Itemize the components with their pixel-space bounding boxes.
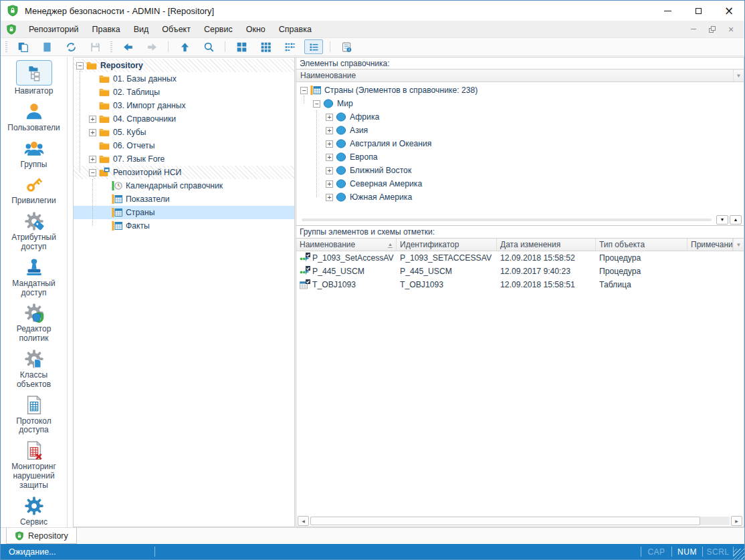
refresh-button[interactable] xyxy=(62,39,80,54)
save-button[interactable] xyxy=(86,39,104,54)
folder-icon xyxy=(99,100,110,111)
back-button[interactable] xyxy=(118,39,137,54)
tree-item-data-import[interactable]: 03. Импорт данных xyxy=(74,99,294,112)
copy-button[interactable] xyxy=(13,39,32,54)
mdi-close-button[interactable]: × xyxy=(722,21,740,37)
status-message: Ожидание... xyxy=(1,547,154,557)
menu-repository[interactable]: Репозиторий xyxy=(22,21,86,37)
close-button[interactable]: × xyxy=(714,1,744,21)
expand-toggle[interactable]: + xyxy=(89,116,96,123)
forward-button[interactable] xyxy=(142,39,161,54)
element-middle-east[interactable]: + Ближний Восток xyxy=(296,164,744,177)
sidebar-item-privileges[interactable]: Привилегии xyxy=(1,174,67,206)
table-row[interactable]: T_OBJ1093 T_OBJ1093 12.09.2018 15:58:51 … xyxy=(296,278,744,291)
column-header-note[interactable]: Примечание xyxy=(687,239,733,251)
menu-object[interactable]: Объект xyxy=(155,21,197,37)
element-countries-root[interactable]: − Страны (Элементов в справочнике: 238) xyxy=(296,84,744,97)
tree-item-countries[interactable]: Страны xyxy=(74,206,294,219)
menu-window[interactable]: Окно xyxy=(239,21,272,37)
tree-item-fore-language[interactable]: + 07. Язык Fore xyxy=(74,152,294,166)
tree-item-dictionaries[interactable]: + 04. Справочники xyxy=(74,112,294,126)
view-large-icons-button[interactable] xyxy=(232,39,251,54)
scroll-left-button[interactable]: ◀ xyxy=(298,516,309,526)
expand-toggle[interactable]: + xyxy=(89,156,96,163)
element-north-america[interactable]: + Северная Америка xyxy=(296,177,744,190)
collapse-toggle[interactable]: − xyxy=(89,169,96,176)
element-europe[interactable]: + Европа xyxy=(296,150,744,164)
sidebar-item-object-classes[interactable]: Классы объектов xyxy=(1,348,67,390)
scrollbar-track[interactable] xyxy=(310,517,730,525)
scrollbar-thumb[interactable] xyxy=(310,517,700,525)
expand-toggle[interactable]: + xyxy=(326,194,333,201)
toolbar-grip[interactable] xyxy=(5,41,7,52)
tree-item-indicators[interactable]: Показатели xyxy=(74,192,294,206)
tab-repository[interactable]: Repository xyxy=(6,528,77,544)
tree-item-cubes[interactable]: + 05. Кубы xyxy=(74,126,294,139)
scroll-right-button[interactable]: ▶ xyxy=(731,516,742,526)
view-list-button[interactable] xyxy=(280,39,299,54)
horizontal-scrollbar[interactable] xyxy=(302,219,712,221)
collapse-toggle[interactable]: − xyxy=(313,100,320,108)
header-dropdown-button[interactable]: ▼ xyxy=(733,239,744,251)
column-header-modified-date[interactable]: Дата изменения xyxy=(497,239,596,251)
sidebar-item-violation-monitoring[interactable]: Мониторинг нарушений защиты xyxy=(1,440,67,490)
collapse-toggle[interactable]: − xyxy=(76,62,84,69)
tree-item-databases[interactable]: 01. Базы данных xyxy=(74,72,294,86)
search-button[interactable] xyxy=(199,39,218,54)
minimize-button[interactable] xyxy=(652,1,683,21)
header-dropdown-button[interactable]: ▼ xyxy=(733,69,744,82)
expand-toggle[interactable]: + xyxy=(326,114,333,121)
sidebar-item-attribute-access[interactable]: Атрибутный доступ xyxy=(1,211,67,252)
up-level-button[interactable] xyxy=(175,39,194,54)
tree-item-reports[interactable]: 06. Отчеты xyxy=(74,139,294,152)
table-row[interactable]: P_1093_SetAccessAV P_1093_SETACCESSAV 12… xyxy=(296,251,744,265)
tree-item-calendar-dictionary[interactable]: Календарный справочник xyxy=(74,179,294,192)
elements-panel-footer: ▼ ▲ xyxy=(296,214,744,225)
collapse-toggle[interactable]: − xyxy=(300,87,308,94)
menu-help[interactable]: Справка xyxy=(272,21,318,37)
expand-toggle[interactable]: + xyxy=(326,180,333,188)
element-africa[interactable]: + Африка xyxy=(296,110,744,124)
column-header-name[interactable]: Наименование xyxy=(296,69,360,82)
table-row[interactable]: P_445_USCM P_445_USCM 12.09.2017 9:40:23… xyxy=(296,265,744,278)
view-details-button[interactable] xyxy=(304,39,323,54)
column-header-object-type[interactable]: Тип объекта xyxy=(596,239,687,251)
column-header-identifier[interactable]: Идентификатор xyxy=(397,239,497,251)
sidebar-item-service[interactable]: Сервис xyxy=(1,495,67,527)
element-south-america[interactable]: + Южная Америка xyxy=(296,190,744,204)
maximize-button[interactable] xyxy=(683,1,714,21)
scroll-up-button[interactable]: ▲ xyxy=(730,215,742,225)
properties-button[interactable] xyxy=(337,39,356,54)
expand-toggle[interactable]: + xyxy=(326,127,333,134)
view-small-icons-button[interactable] xyxy=(256,39,275,54)
tree-item-repository-root[interactable]: − Repository xyxy=(74,59,294,72)
expand-toggle[interactable]: + xyxy=(89,129,96,136)
expand-toggle[interactable]: + xyxy=(326,140,333,148)
resize-grip[interactable] xyxy=(734,549,744,559)
mdi-minimize-button[interactable] xyxy=(684,21,703,37)
sidebar-item-access-log[interactable]: Протокол доступа xyxy=(1,394,67,436)
menu-edit[interactable]: Правка xyxy=(86,21,127,37)
element-world[interactable]: − Мир xyxy=(296,97,744,110)
expand-toggle[interactable]: + xyxy=(326,167,333,174)
tree-item-facts[interactable]: Факты xyxy=(74,219,294,233)
toolbar-grip[interactable] xyxy=(110,41,112,52)
menu-service[interactable]: Сервис xyxy=(197,21,239,37)
sidebar-item-navigator[interactable]: Навигатор xyxy=(1,60,67,96)
tree-item-tables[interactable]: 02. Таблицы xyxy=(74,86,294,99)
element-asia[interactable]: + Азия xyxy=(296,124,744,137)
dictionary-elements-caption: Элементы справочника: xyxy=(296,57,744,69)
element-australia-oceania[interactable]: + Австралия и Океания xyxy=(296,137,744,150)
sidebar-item-users[interactable]: Пользователи xyxy=(1,101,67,133)
scroll-down-button[interactable]: ▼ xyxy=(716,215,728,225)
mdi-document-icon[interactable] xyxy=(6,24,17,35)
column-header-name[interactable]: Наименование ▲ xyxy=(296,239,397,251)
sidebar-item-policy-editor[interactable]: Редактор политик xyxy=(1,302,67,343)
sidebar-item-mandatory-access[interactable]: Мандатный доступ xyxy=(1,257,67,298)
menu-view[interactable]: Вид xyxy=(127,21,156,37)
expand-toggle[interactable]: + xyxy=(326,154,333,161)
tree-item-nsi-repository[interactable]: − Репозиторий НСИ xyxy=(74,166,294,179)
document-button[interactable] xyxy=(37,39,56,54)
sidebar-item-groups[interactable]: Группы xyxy=(1,138,67,170)
mdi-restore-button[interactable] xyxy=(703,21,722,37)
